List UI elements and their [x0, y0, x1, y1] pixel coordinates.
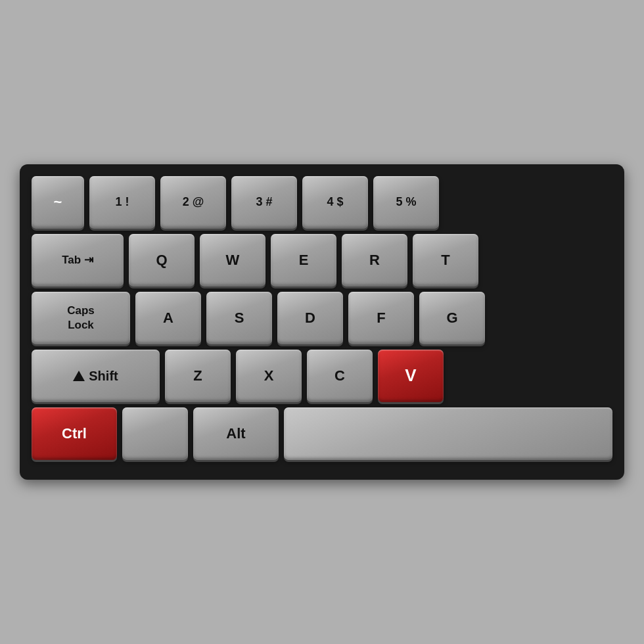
- key-alt[interactable]: Alt: [193, 407, 279, 460]
- key-tab[interactable]: Tab ⇥: [32, 234, 124, 287]
- key-e[interactable]: E: [271, 234, 336, 287]
- key-a[interactable]: A: [135, 292, 201, 344]
- zxcv-row: Shift Z X C V: [32, 350, 612, 402]
- key-3[interactable]: 3 #: [231, 176, 297, 229]
- shift-triangle-icon: [73, 371, 85, 381]
- bottom-row: Ctrl Alt: [32, 407, 612, 460]
- key-tilde[interactable]: ~: [32, 176, 84, 229]
- key-5[interactable]: 5 %: [373, 176, 439, 229]
- key-g[interactable]: G: [419, 292, 485, 344]
- qwerty-row: Tab ⇥ Q W E R T: [32, 234, 612, 287]
- number-row: ~ 1 ! 2 @ 3 # 4 $ 5 %: [32, 176, 612, 229]
- key-win[interactable]: [122, 407, 188, 460]
- asdf-row: CapsLock A S D F G: [32, 292, 612, 344]
- key-r[interactable]: R: [342, 234, 407, 287]
- key-caps-lock[interactable]: CapsLock: [32, 292, 130, 344]
- key-4[interactable]: 4 $: [302, 176, 368, 229]
- key-1[interactable]: 1 !: [89, 176, 155, 229]
- key-shift[interactable]: Shift: [32, 350, 160, 402]
- key-f[interactable]: F: [348, 292, 414, 344]
- key-c[interactable]: C: [307, 350, 373, 402]
- key-q[interactable]: Q: [129, 234, 195, 287]
- key-ctrl[interactable]: Ctrl: [32, 407, 117, 460]
- key-s[interactable]: S: [206, 292, 272, 344]
- key-z[interactable]: Z: [165, 350, 231, 402]
- key-2[interactable]: 2 @: [160, 176, 226, 229]
- key-w[interactable]: W: [200, 234, 265, 287]
- key-space[interactable]: [284, 407, 612, 460]
- key-d[interactable]: D: [277, 292, 343, 344]
- key-t[interactable]: T: [413, 234, 478, 287]
- keyboard: ~ 1 ! 2 @ 3 # 4 $ 5 % Tab ⇥ Q W E: [20, 164, 624, 480]
- key-v[interactable]: V: [378, 350, 444, 402]
- key-x[interactable]: X: [236, 350, 302, 402]
